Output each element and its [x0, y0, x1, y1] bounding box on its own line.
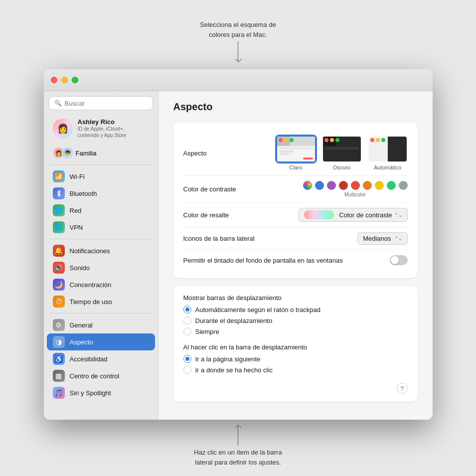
close-button[interactable] — [51, 77, 57, 83]
swatch-purple[interactable] — [327, 181, 336, 190]
scrollbar-option-while[interactable]: Durante el desplazamiento — [183, 317, 408, 324]
highlight-value: Color de contraste — [339, 211, 392, 219]
sidebar-label-sound: Sonido — [70, 264, 90, 272]
sidebar-label-general: General — [70, 321, 93, 329]
sidebar-label-screentime: Tiempo de uso — [70, 298, 113, 306]
sidebar-item-accessibility[interactable]: ♿ Accesibilidad — [47, 350, 155, 367]
window-body: 🔍 👩 Ashley Rico ID de Apple, iCloud+,con… — [44, 91, 433, 420]
contrast-label: Color de contraste — [183, 185, 236, 193]
appearance-option-light[interactable]: Claro — [276, 136, 316, 170]
sidebar-label-vpn: VPN — [70, 224, 83, 231]
appearance-card: Aspecto — [173, 123, 418, 278]
color-swatches: Multicolor — [303, 181, 408, 197]
click-next-label: Ir a la página siguiente — [195, 355, 261, 363]
general-icon: ⚙ — [53, 319, 65, 331]
sidebar-divider-3 — [50, 313, 152, 314]
appearance-option-dark[interactable]: Oscuro — [322, 136, 362, 170]
sound-icon: 🔊 — [53, 262, 65, 274]
help-section: ? — [183, 379, 408, 394]
avatar: 👩 — [53, 119, 73, 139]
sidebar-item-family[interactable]: 👩 👦 Familia — [47, 145, 155, 161]
scrollbar-auto-label: Automáticamente según el ratón o trackpa… — [195, 306, 320, 314]
sidebar-label-network: Red — [70, 207, 82, 214]
swatch-multicolor[interactable] — [303, 181, 312, 190]
sidebar-icons-value: Medianos — [363, 235, 391, 242]
swatch-gray[interactable] — [399, 181, 408, 190]
appearance-thumb-light — [276, 136, 316, 162]
click-option-next[interactable]: Ir a la página siguiente — [183, 355, 408, 363]
swatch-green[interactable] — [387, 181, 396, 190]
screentime-icon: ⏱ — [53, 296, 65, 308]
sidebar-item-bluetooth[interactable]: Bluetooth — [47, 185, 155, 202]
swatch-blue[interactable] — [315, 181, 324, 190]
bluetooth-icon — [53, 187, 65, 199]
appearance-label-auto: Automático — [374, 164, 401, 170]
main-content: Aspecto Aspecto — [159, 91, 433, 420]
sidebar-divider-2 — [50, 239, 152, 239]
sidebar-label-appearance: Aspecto — [70, 338, 93, 346]
siri-icon: 🎵 — [53, 387, 65, 399]
control-icon: ▦ — [53, 370, 65, 382]
family-label: Familia — [76, 150, 97, 157]
swatch-yellow[interactable] — [375, 181, 384, 190]
search-input[interactable] — [65, 100, 148, 107]
click-jump-label: Ir a donde se ha hecho clic — [195, 366, 273, 374]
notifications-icon: 🔔 — [53, 245, 65, 257]
swatch-red[interactable] — [351, 181, 360, 190]
sidebar-item-screentime[interactable]: ⏱ Tiempo de uso — [47, 293, 155, 310]
search-box[interactable]: 🔍 — [49, 96, 153, 110]
scrollbar-section: Mostrar barras de desplazamiento Automát… — [183, 294, 408, 335]
appearance-option-auto[interactable]: Automático — [368, 136, 408, 170]
help-button[interactable]: ? — [397, 383, 408, 394]
sidebar-label-focus: Concentración — [70, 281, 112, 289]
highlight-color-row: Color de resalte Color de contraste — [183, 203, 408, 227]
maximize-button[interactable] — [72, 77, 78, 83]
radio-next — [183, 355, 191, 363]
gradient-pill — [304, 210, 334, 219]
appearance-thumb-dark — [322, 136, 362, 162]
radio-while — [183, 317, 191, 324]
user-subtitle: ID de Apple, iCloud+,contenido y App Sto… — [78, 126, 127, 139]
sidebar-icons-dropdown[interactable]: Medianos — [357, 232, 407, 245]
scrollbar-title: Mostrar barras de desplazamiento — [183, 294, 408, 302]
sidebar-item-vpn[interactable]: 🌐 VPN — [47, 219, 155, 236]
highlight-color-button[interactable]: Color de contraste — [299, 208, 407, 222]
click-scroll-section: Al hacer clic en la barra de desplazamie… — [183, 343, 408, 374]
scrollbar-option-always[interactable]: Siempre — [183, 327, 408, 335]
appearance-label-dark: Oscuro — [333, 164, 350, 170]
sidebar-icons-label: Iconos de la barra lateral — [183, 235, 255, 242]
sidebar-item-appearance[interactable]: ◑ Aspecto — [47, 333, 155, 350]
scrollbar-option-auto[interactable]: Automáticamente según el ratón o trackpa… — [183, 306, 408, 314]
wallpaper-row: Permitir el tintado del fondo de pantall… — [183, 250, 408, 270]
sidebar-label-notifications: Notificaciones — [70, 247, 110, 255]
minimize-button[interactable] — [61, 77, 68, 83]
user-section[interactable]: 👩 Ashley Rico ID de Apple, iCloud+,conte… — [47, 115, 155, 142]
sidebar-item-network[interactable]: 🌐 Red — [47, 202, 155, 219]
accessibility-icon: ♿ — [53, 353, 65, 365]
click-option-jump[interactable]: Ir a donde se ha hecho clic — [183, 366, 408, 374]
page-title: Aspecto — [173, 101, 418, 113]
swatch-red-dark[interactable] — [339, 181, 348, 190]
scrollbar-while-label: Durante el desplazamiento — [195, 317, 273, 324]
sidebar-item-notifications[interactable]: 🔔 Notificaciones — [47, 242, 155, 259]
sidebar-item-sound[interactable]: 🔊 Sonido — [47, 259, 155, 276]
appearance-thumb-auto — [368, 136, 408, 162]
sidebar-item-wifi[interactable]: 📶 Wi-Fi — [47, 168, 155, 185]
sidebar-label-bluetooth: Bluetooth — [70, 190, 97, 197]
sidebar-item-siri[interactable]: 🎵 Siri y Spotlight — [47, 384, 155, 401]
swatch-orange[interactable] — [363, 181, 372, 190]
vpn-icon: 🌐 — [53, 221, 65, 233]
search-icon: 🔍 — [54, 100, 62, 107]
wallpaper-label: Permitir el tintado del fondo de pantall… — [183, 257, 343, 264]
scrollbar-radio-group: Automáticamente según el ratón o trackpa… — [183, 306, 408, 335]
focus-icon: 🌙 — [53, 279, 65, 291]
appearance-icon: ◑ — [53, 336, 65, 348]
sidebar-item-focus[interactable]: 🌙 Concentración — [47, 276, 155, 293]
appearance-options: Claro — [276, 136, 408, 170]
sidebar-item-control[interactable]: ▦ Centro de control — [47, 367, 155, 384]
family-avatar-2: 👦 — [62, 147, 74, 159]
radio-jump — [183, 366, 191, 374]
wallpaper-toggle[interactable] — [390, 255, 408, 265]
sidebar-item-general[interactable]: ⚙ General — [47, 317, 155, 333]
click-scroll-title: Al hacer clic en la barra de desplazamie… — [183, 343, 408, 351]
